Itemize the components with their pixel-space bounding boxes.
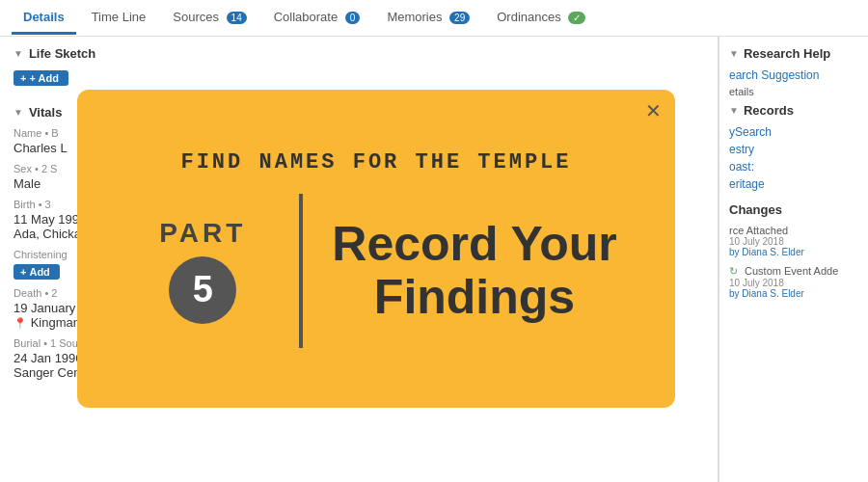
source-attached-item: rce Attached 10 July 2018 by Diana S. El… <box>729 225 858 257</box>
tab-sources[interactable]: Sources 14 <box>161 2 258 35</box>
right-panel: ▼ Research Help earch Suggestion etails … <box>719 37 868 482</box>
research-help-title: ▼ Research Help <box>729 46 858 61</box>
vitals-arrow: ▼ <box>14 107 23 118</box>
records-arrow: ▼ <box>729 105 739 116</box>
myheritage-link[interactable]: eritage <box>729 177 858 191</box>
main-area: ▼ Life Sketch + + Add ▼ Vitals Name • B … <box>0 37 868 482</box>
refresh-icon: ↻ <box>729 265 738 277</box>
source-attached-label: rce Attached <box>729 225 858 236</box>
changes-title: Changes <box>729 202 858 217</box>
life-sketch-header: ▼ Life Sketch <box>14 46 704 61</box>
add-christening-button[interactable]: + Add <box>14 264 60 280</box>
details-label: etails <box>729 86 858 97</box>
tab-ordinances[interactable]: Ordinances ✓ <box>485 2 597 35</box>
memories-badge: 29 <box>449 12 470 24</box>
add-life-sketch-button[interactable]: + + Add <box>14 70 68 86</box>
overlay-card: ✕ FIND NAMES FOR THE TEMPLE PART 5 Recor… <box>77 90 675 408</box>
part-section: PART 5 <box>135 218 270 324</box>
source-attached-date: 10 July 2018 <box>729 236 858 247</box>
record-text: Record Your Findings <box>332 218 616 324</box>
custom-event-author: by Diana S. Elder <box>729 288 858 299</box>
location-icon: 📍 <box>14 317 27 329</box>
part-label: PART <box>159 218 246 249</box>
divider-line <box>299 194 303 348</box>
findmypast-link[interactable]: oast: <box>729 160 858 174</box>
collaborate-badge: 0 <box>345 12 361 24</box>
custom-event-label: ↻ Custom Event Adde <box>729 265 858 278</box>
ordinances-badge: ✓ <box>568 12 585 24</box>
overlay-body: PART 5 Record Your Findings <box>106 194 646 348</box>
sources-badge: 14 <box>227 12 247 24</box>
tab-collaborate[interactable]: Collaborate 0 <box>262 2 372 35</box>
familysearch-link[interactable]: ySearch <box>729 125 858 139</box>
overlay-close-button[interactable]: ✕ <box>645 99 662 122</box>
research-help-arrow: ▼ <box>729 48 739 59</box>
tab-memories[interactable]: Memories 29 <box>375 2 481 35</box>
part-number: 5 <box>169 256 236 324</box>
custom-event-date: 10 July 2018 <box>729 278 858 288</box>
ancestry-link[interactable]: estry <box>729 143 858 156</box>
tab-timeline[interactable]: Time Line <box>80 2 158 35</box>
records-title: ▼ Records <box>729 103 858 118</box>
top-nav: Details Time Line Sources 14 Collaborate… <box>0 0 868 37</box>
tab-details[interactable]: Details <box>12 2 76 35</box>
source-attached-author: by Diana S. Elder <box>729 247 858 257</box>
search-suggestions-link[interactable]: earch Suggestion <box>729 68 858 82</box>
overlay-title: FIND NAMES FOR THE TEMPLE <box>180 150 571 174</box>
changes-section: Changes rce Attached 10 July 2018 by Dia… <box>729 202 858 299</box>
life-sketch-arrow: ▼ <box>14 48 23 59</box>
custom-event-item: ↻ Custom Event Adde 10 July 2018 by Dian… <box>729 265 858 299</box>
